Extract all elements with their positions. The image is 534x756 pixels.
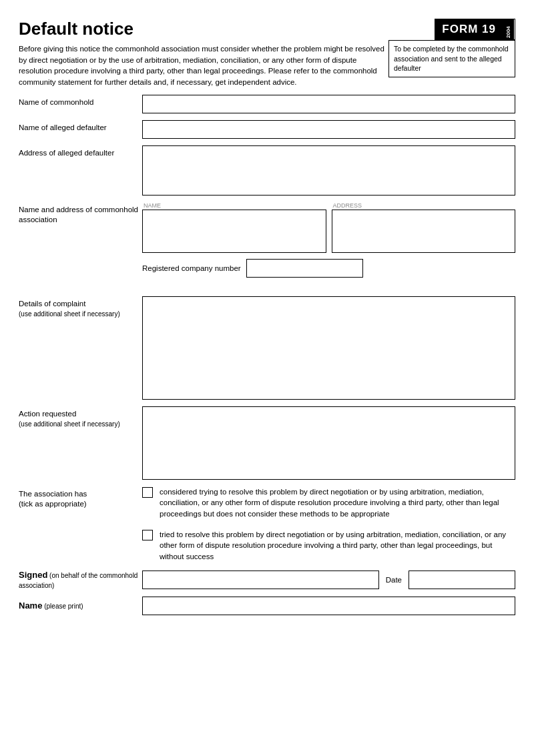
name-field-wrapper: NAME (142, 202, 326, 253)
form-note-box: To be completed by the commonhold associ… (388, 40, 515, 77)
date-label: Date (379, 576, 409, 584)
details-of-complaint-input[interactable] (142, 296, 515, 400)
checkbox-1[interactable] (142, 487, 153, 498)
tick-option-2: tried to resolve this problem by direct … (142, 529, 515, 562)
address-of-alleged-defaulter-input[interactable] (142, 145, 515, 196)
reg-number-row: Registered company number (142, 259, 515, 278)
tick-options: considered trying to resolve this proble… (142, 486, 515, 562)
name-print-row: Name (please print) (19, 597, 515, 615)
signed-row: Signed (on behalf of the commonhold asso… (19, 569, 515, 591)
tick-option-1-text: considered trying to resolve this proble… (160, 486, 515, 520)
name-address-top-row: NAME ADDRESS (142, 202, 515, 253)
name-print-label: Name (please print) (19, 601, 142, 611)
reg-number-input[interactable] (246, 259, 363, 278)
address-small-label: ADDRESS (332, 202, 516, 209)
association-has-label: The association has (tick as appropriate… (19, 486, 142, 510)
page-title: Default notice (19, 19, 388, 39)
signed-input[interactable] (142, 571, 379, 589)
name-small-label: NAME (142, 202, 326, 209)
checkbox-2[interactable] (142, 530, 153, 540)
signed-label: Signed (on behalf of the commonhold asso… (19, 569, 142, 591)
title-block: Default notice Before giving this notice… (19, 19, 388, 88)
association-name-input[interactable] (142, 210, 326, 253)
intro-text: Before giving this notice the commonhold… (19, 43, 388, 88)
association-address-input[interactable] (332, 210, 516, 253)
form-badge-block: FORM 19 2004 To be completed by the comm… (388, 19, 515, 77)
details-of-complaint-section: Details of complaint (use additional she… (19, 296, 515, 400)
tick-option-2-text: tried to resolve this problem by direct … (160, 529, 515, 562)
header-area: Default notice Before giving this notice… (19, 19, 515, 88)
name-address-fields: NAME ADDRESS Registered company number (142, 202, 515, 278)
name-of-commonhold-section: Name of commonhold (19, 95, 515, 113)
name-address-association-label: Name and address of commonhold associati… (19, 202, 142, 226)
tick-option-1: considered trying to resolve this proble… (142, 486, 515, 520)
name-address-association-section: Name and address of commonhold associati… (19, 202, 515, 278)
name-of-alleged-defaulter-section: Name of alleged defaulter (19, 120, 515, 139)
form-number: FORM 19 (435, 19, 503, 39)
action-requested-section: Action requested (use additional sheet i… (19, 406, 515, 480)
form-badge: FORM 19 2004 (435, 19, 515, 40)
association-has-section: The association has (tick as appropriate… (19, 486, 515, 562)
action-requested-input[interactable] (142, 406, 515, 480)
action-requested-label: Action requested (use additional sheet i… (19, 406, 142, 430)
form-year: 2004 (503, 19, 515, 39)
details-of-complaint-label: Details of complaint (use additional she… (19, 296, 142, 320)
reg-number-label: Registered company number (142, 264, 241, 272)
name-of-alleged-defaulter-label: Name of alleged defaulter (19, 120, 142, 133)
name-of-commonhold-input[interactable] (142, 95, 515, 113)
date-input[interactable] (409, 571, 515, 589)
address-field-wrapper: ADDRESS (332, 202, 516, 253)
name-print-input[interactable] (142, 597, 515, 615)
name-of-commonhold-label: Name of commonhold (19, 95, 142, 108)
name-of-alleged-defaulter-input[interactable] (142, 120, 515, 139)
address-of-alleged-defaulter-section: Address of alleged defaulter (19, 145, 515, 196)
address-of-alleged-defaulter-label: Address of alleged defaulter (19, 145, 142, 159)
